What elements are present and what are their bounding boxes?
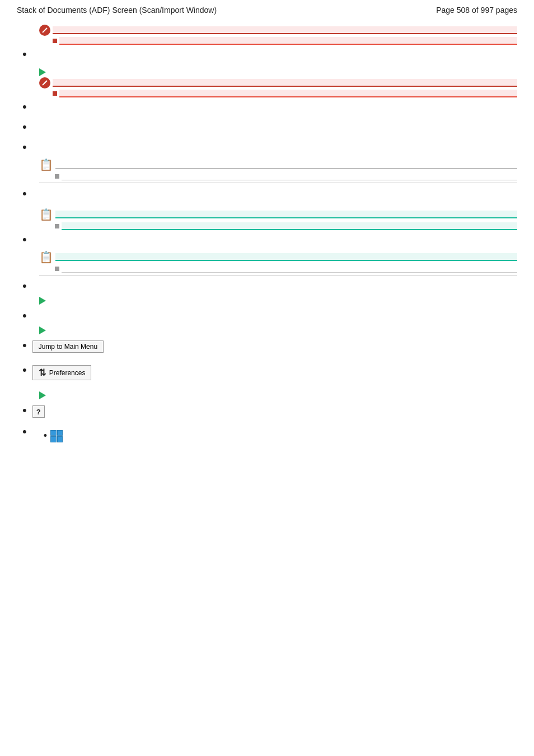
bullet: •: [22, 188, 27, 200]
sub-list: •: [32, 429, 517, 442]
page-header: Stack of Documents (ADF) Screen (Scan/Im…: [17, 6, 517, 15]
jump-to-main-menu-button[interactable]: Jump to Main Menu: [32, 340, 104, 353]
list-item: • ⇅ Preferences: [22, 364, 517, 380]
list-item: [39, 68, 517, 97]
list-item: [39, 326, 517, 336]
bullet: •: [22, 310, 27, 322]
bullet: •: [22, 101, 27, 113]
list-item: • •: [22, 426, 517, 442]
list-item: •: [22, 310, 517, 322]
list-item: • ?: [22, 404, 517, 418]
list-item: 📋: [39, 208, 517, 230]
preferences-label: Preferences: [49, 369, 86, 377]
small-square-icon: [53, 39, 57, 43]
bullet: •: [22, 121, 27, 133]
list-item: [39, 25, 517, 45]
bullet: •: [22, 426, 27, 438]
bullet: •: [22, 339, 27, 352]
arrow-right-icon: [39, 297, 46, 305]
book-icon: 📋: [39, 250, 53, 264]
svg-line-0: [43, 28, 47, 32]
preferences-button[interactable]: ⇅ Preferences: [32, 365, 92, 380]
list-item: •: [22, 48, 517, 60]
arrow-right-icon: [39, 391, 46, 399]
small-square-icon: [53, 91, 57, 96]
list-item: 📋: [39, 250, 517, 277]
bullet: •: [22, 48, 27, 60]
list-item: [39, 391, 517, 401]
list-item: •: [22, 141, 517, 153]
small-square-icon: [55, 267, 59, 271]
bullet: •: [22, 234, 27, 246]
bullet: •: [22, 364, 27, 376]
list-item: • Jump to Main Menu: [22, 339, 517, 353]
list-item: [39, 297, 517, 306]
help-button[interactable]: ?: [32, 405, 45, 418]
items-list: • •: [22, 25, 517, 442]
image-grid-icon: [50, 429, 63, 442]
small-square-icon: [55, 224, 59, 228]
small-square-icon: [55, 174, 59, 179]
list-item: •: [22, 280, 517, 292]
page-title: Stack of Documents (ADF) Screen (Scan/Im…: [17, 6, 217, 15]
sub-bullet: •: [44, 431, 47, 441]
separator: [39, 275, 517, 276]
preferences-icon: ⇅: [39, 367, 46, 378]
bullet: •: [22, 280, 27, 292]
bullet: •: [22, 141, 27, 153]
svg-line-1: [43, 81, 47, 85]
list-item: •: [22, 234, 517, 246]
bullet: •: [22, 404, 27, 417]
arrow-right-icon: [39, 68, 46, 76]
separator: [39, 183, 517, 183]
list-item: •: [22, 121, 517, 133]
main-content: • •: [17, 25, 517, 442]
list-item: •: [22, 188, 517, 200]
circle-slash-icon: [39, 77, 50, 88]
arrow-right-icon: [39, 326, 46, 334]
list-item: •: [22, 101, 517, 113]
book-icon: 📋: [39, 208, 53, 221]
list-item: 📋: [39, 158, 517, 184]
page-info: Page 508 of 997 pages: [436, 6, 517, 15]
circle-slash-icon: [39, 25, 50, 36]
book-icon: 📋: [39, 158, 53, 171]
